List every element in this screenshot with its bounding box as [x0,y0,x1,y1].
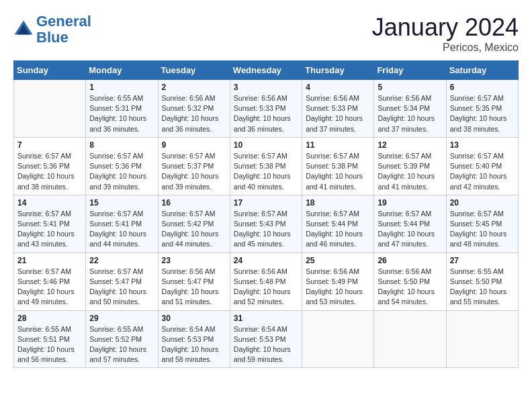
day-info: Sunrise: 6:56 AMSunset: 5:34 PMDaylight:… [378,93,442,134]
calendar-week-2: 7Sunrise: 6:57 AMSunset: 5:36 PMDaylight… [14,137,519,195]
calendar-cell: 12Sunrise: 6:57 AMSunset: 5:39 PMDayligh… [374,137,446,195]
day-number: 31 [234,314,298,323]
calendar-cell: 30Sunrise: 6:54 AMSunset: 5:53 PMDayligh… [158,310,230,368]
calendar-cell: 5Sunrise: 6:56 AMSunset: 5:34 PMDaylight… [374,80,446,138]
calendar-cell: 8Sunrise: 6:57 AMSunset: 5:36 PMDaylight… [86,137,158,195]
calendar-cell [14,80,86,138]
calendar-cell: 20Sunrise: 6:57 AMSunset: 5:45 PMDayligh… [446,195,518,253]
calendar-cell: 9Sunrise: 6:57 AMSunset: 5:37 PMDaylight… [158,137,230,195]
day-number: 28 [17,314,82,323]
day-info: Sunrise: 6:55 AMSunset: 5:31 PMDaylight:… [89,93,154,134]
day-info: Sunrise: 6:57 AMSunset: 5:42 PMDaylight:… [162,209,226,250]
day-number: 10 [234,140,298,150]
day-info: Sunrise: 6:57 AMSunset: 5:46 PMDaylight:… [17,267,82,308]
calendar-cell: 14Sunrise: 6:57 AMSunset: 5:41 PMDayligh… [14,195,86,253]
day-number: 4 [306,83,370,92]
calendar-cell [446,310,518,368]
calendar-cell: 25Sunrise: 6:56 AMSunset: 5:49 PMDayligh… [302,253,374,310]
location-title: Pericos, Mexico [372,42,519,54]
calendar-cell: 11Sunrise: 6:57 AMSunset: 5:38 PMDayligh… [302,137,374,195]
day-info: Sunrise: 6:56 AMSunset: 5:33 PMDaylight:… [234,93,298,134]
calendar-cell: 29Sunrise: 6:55 AMSunset: 5:52 PMDayligh… [86,310,158,368]
calendar-cell [302,310,374,368]
day-number: 19 [378,198,442,208]
day-info: Sunrise: 6:56 AMSunset: 5:50 PMDaylight:… [378,267,442,308]
calendar-week-3: 14Sunrise: 6:57 AMSunset: 5:41 PMDayligh… [14,195,519,253]
title-block: January 2024 Pericos, Mexico [372,13,519,54]
calendar-week-4: 21Sunrise: 6:57 AMSunset: 5:46 PMDayligh… [14,253,519,310]
calendar-cell: 2Sunrise: 6:56 AMSunset: 5:32 PMDaylight… [158,80,230,138]
day-number: 24 [234,256,298,265]
calendar-week-1: 1Sunrise: 6:55 AMSunset: 5:31 PMDaylight… [14,80,519,138]
weekday-header-thursday: Thursday [302,61,374,80]
day-info: Sunrise: 6:57 AMSunset: 5:38 PMDaylight:… [306,151,370,192]
day-info: Sunrise: 6:57 AMSunset: 5:35 PMDaylight:… [450,93,515,134]
calendar-cell: 15Sunrise: 6:57 AMSunset: 5:41 PMDayligh… [86,195,158,253]
day-info: Sunrise: 6:57 AMSunset: 5:44 PMDaylight:… [306,209,370,250]
weekday-header-sunday: Sunday [14,61,86,80]
day-number: 7 [17,140,82,150]
calendar-cell [374,310,446,368]
day-info: Sunrise: 6:57 AMSunset: 5:43 PMDaylight:… [234,209,298,250]
day-info: Sunrise: 6:54 AMSunset: 5:53 PMDaylight:… [162,324,226,365]
day-number: 29 [89,314,154,323]
day-info: Sunrise: 6:57 AMSunset: 5:45 PMDaylight:… [450,209,515,250]
day-number: 11 [306,140,370,150]
day-number: 18 [306,198,370,208]
day-number: 14 [17,198,82,208]
logo-line1: General [36,13,91,30]
calendar-week-5: 28Sunrise: 6:55 AMSunset: 5:51 PMDayligh… [14,310,519,368]
day-info: Sunrise: 6:57 AMSunset: 5:36 PMDaylight:… [17,151,82,192]
day-info: Sunrise: 6:55 AMSunset: 5:52 PMDaylight:… [89,324,154,365]
calendar-cell: 26Sunrise: 6:56 AMSunset: 5:50 PMDayligh… [374,253,446,310]
calendar-cell: 3Sunrise: 6:56 AMSunset: 5:33 PMDaylight… [230,80,302,138]
month-title: January 2024 [372,13,519,42]
day-number: 12 [378,140,442,150]
day-number: 23 [162,256,226,265]
day-info: Sunrise: 6:57 AMSunset: 5:40 PMDaylight:… [450,151,515,192]
logo-text: General Blue [36,13,91,46]
calendar-table: SundayMondayTuesdayWednesdayThursdayFrid… [13,60,519,368]
day-info: Sunrise: 6:56 AMSunset: 5:32 PMDaylight:… [162,93,226,134]
day-info: Sunrise: 6:55 AMSunset: 5:50 PMDaylight:… [450,267,515,308]
calendar-cell: 19Sunrise: 6:57 AMSunset: 5:44 PMDayligh… [374,195,446,253]
calendar-cell: 1Sunrise: 6:55 AMSunset: 5:31 PMDaylight… [86,80,158,138]
calendar-cell: 23Sunrise: 6:56 AMSunset: 5:47 PMDayligh… [158,253,230,310]
day-number: 2 [162,83,226,92]
day-info: Sunrise: 6:56 AMSunset: 5:48 PMDaylight:… [234,267,298,308]
day-info: Sunrise: 6:56 AMSunset: 5:49 PMDaylight:… [306,267,370,308]
weekday-header-friday: Friday [374,61,446,80]
day-info: Sunrise: 6:56 AMSunset: 5:47 PMDaylight:… [162,267,226,308]
day-number: 15 [89,198,154,208]
day-info: Sunrise: 6:57 AMSunset: 5:41 PMDaylight:… [17,209,82,250]
weekday-header-monday: Monday [86,61,158,80]
day-number: 30 [162,314,226,323]
logo: General Blue [13,13,91,46]
day-info: Sunrise: 6:57 AMSunset: 5:37 PMDaylight:… [162,151,226,192]
day-info: Sunrise: 6:57 AMSunset: 5:41 PMDaylight:… [89,209,154,250]
weekday-header-saturday: Saturday [446,61,518,80]
day-number: 22 [89,256,154,265]
day-number: 21 [17,256,82,265]
day-info: Sunrise: 6:55 AMSunset: 5:51 PMDaylight:… [17,324,82,365]
logo-icon [13,19,34,40]
day-info: Sunrise: 6:57 AMSunset: 5:39 PMDaylight:… [378,151,442,192]
day-number: 27 [450,256,515,265]
calendar-cell: 31Sunrise: 6:54 AMSunset: 5:53 PMDayligh… [230,310,302,368]
calendar-cell: 27Sunrise: 6:55 AMSunset: 5:50 PMDayligh… [446,253,518,310]
weekday-header-row: SundayMondayTuesdayWednesdayThursdayFrid… [14,61,519,80]
calendar-cell: 18Sunrise: 6:57 AMSunset: 5:44 PMDayligh… [302,195,374,253]
day-number: 6 [450,83,515,92]
day-number: 20 [450,198,515,208]
day-number: 16 [162,198,226,208]
day-number: 17 [234,198,298,208]
calendar-cell: 10Sunrise: 6:57 AMSunset: 5:38 PMDayligh… [230,137,302,195]
calendar-cell: 6Sunrise: 6:57 AMSunset: 5:35 PMDaylight… [446,80,518,138]
day-number: 3 [234,83,298,92]
day-info: Sunrise: 6:57 AMSunset: 5:44 PMDaylight:… [378,209,442,250]
day-number: 9 [162,140,226,150]
day-info: Sunrise: 6:56 AMSunset: 5:33 PMDaylight:… [306,93,370,134]
day-number: 26 [378,256,442,265]
day-info: Sunrise: 6:54 AMSunset: 5:53 PMDaylight:… [234,324,298,365]
day-info: Sunrise: 6:57 AMSunset: 5:36 PMDaylight:… [89,151,154,192]
